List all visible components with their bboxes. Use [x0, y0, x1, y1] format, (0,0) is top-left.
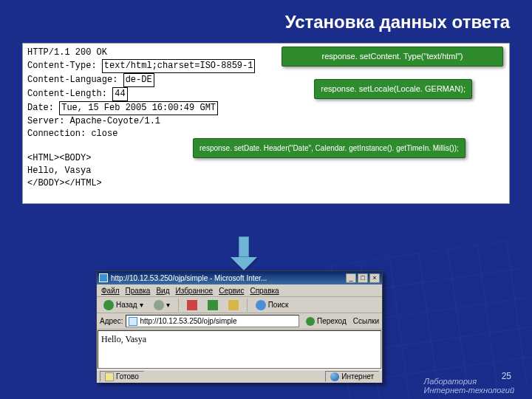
browser-toolbar: Назад ▾ ▾ Поиск [97, 297, 382, 313]
menu-file[interactable]: Файл [101, 287, 120, 295]
browser-status-bar: Готово Интернет [97, 369, 382, 383]
len-label: Content-Length: [27, 89, 112, 99]
dropdown-icon: ▾ [140, 301, 143, 309]
refresh-button[interactable] [204, 299, 222, 312]
status-spacer [149, 371, 321, 382]
status-done-text: Готово [116, 372, 139, 381]
refresh-icon [208, 300, 218, 310]
back-label: Назад [116, 301, 137, 309]
done-icon [105, 372, 114, 381]
address-label: Адрес: [100, 317, 123, 325]
http-response-panel: HTTP/1.1 200 OK Content-Type: text/html;… [22, 43, 510, 204]
footer-text: ЛабораторияИнтернет-технологий [424, 377, 514, 395]
links-label[interactable]: Ссылки [353, 317, 379, 325]
status-zone-pane: Интернет [325, 371, 379, 382]
internet-zone-icon [330, 372, 339, 381]
page-body-text: Hello, Vasya [101, 334, 146, 344]
forward-button[interactable]: ▾ [150, 299, 174, 312]
date-label: Date: [27, 103, 59, 113]
menu-view[interactable]: Вид [156, 287, 169, 295]
browser-titlebar[interactable]: http://10.12.53.250/ojp/simple - Microso… [97, 271, 382, 284]
browser-address-bar: Адрес: http://10.12.53.250/ojp/simple Пе… [97, 313, 382, 330]
address-input[interactable]: http://10.12.53.250/ojp/simple [126, 315, 299, 327]
page-icon [129, 317, 137, 326]
maximize-button[interactable]: □ [358, 273, 368, 283]
menu-edit[interactable]: Правка [126, 287, 151, 295]
cl-value-box: de-DE [123, 73, 154, 87]
callout-content-type: response. set​Content. Type("text/html") [282, 47, 503, 66]
go-label: Переход [317, 317, 347, 325]
go-icon [306, 317, 315, 326]
status-done-pane: Готово [100, 371, 144, 382]
http-server-line: Server: Apache-Coyote/1.1 [27, 115, 505, 128]
minimize-button[interactable]: _ [346, 273, 356, 283]
menu-help[interactable]: Справка [250, 287, 279, 295]
search-label: Поиск [268, 301, 289, 309]
cl-label: Content-Language: [27, 75, 123, 85]
body-line-3: </BODY></HTML> [27, 177, 505, 190]
ct-value-box: text/html;charset=ISO-8859-1 [102, 59, 256, 73]
ie-icon [99, 273, 108, 282]
back-button[interactable]: Назад ▾ [100, 299, 147, 312]
menu-tools[interactable]: Сервис [219, 287, 244, 295]
browser-menubar: Файл Правка Вид Избранное Сервис Справка [97, 284, 382, 297]
body-line-2: Hello, Vasya [27, 165, 505, 177]
dropdown-icon: ▾ [166, 301, 170, 309]
toolbar-separator [178, 299, 179, 312]
close-button[interactable]: × [369, 273, 380, 283]
address-url: http://10.12.53.250/ojp/simple [140, 317, 236, 325]
forward-arrow-icon [154, 300, 164, 310]
menu-favorites[interactable]: Избранное [175, 287, 213, 295]
browser-window: http://10.12.53.250/ojp/simple - Microso… [96, 270, 383, 383]
browser-content-area: Hello, Vasya [98, 330, 381, 369]
ct-label: Content-Type: [27, 61, 102, 71]
toolbar-separator [247, 299, 248, 312]
stop-icon [187, 300, 197, 310]
home-button[interactable] [225, 299, 242, 312]
callout-locale: response. set​Locale(Locale. GERMAN); [314, 79, 472, 99]
status-zone-text: Интернет [341, 372, 374, 381]
date-value-box: Tue, 15 Feb 2005 16:00:49 GMT [59, 101, 218, 115]
http-date-line: Date: Tue, 15 Feb 2005 16:00:49 GMT [27, 101, 505, 115]
search-icon [256, 300, 266, 310]
home-icon [228, 300, 239, 310]
arrow-down-icon [229, 236, 259, 270]
browser-title-text: http://10.12.53.250/ojp/simple - Microso… [111, 274, 344, 282]
back-arrow-icon [103, 300, 114, 310]
go-button[interactable]: Переход [302, 315, 350, 328]
slide-title: Установка данных ответа [0, 0, 532, 38]
callout-date-header: response. set​Date. Header("Date", Calen… [193, 138, 466, 158]
stop-button[interactable] [183, 299, 201, 312]
len-value-box: 44 [112, 87, 127, 101]
search-button[interactable]: Поиск [252, 299, 293, 312]
